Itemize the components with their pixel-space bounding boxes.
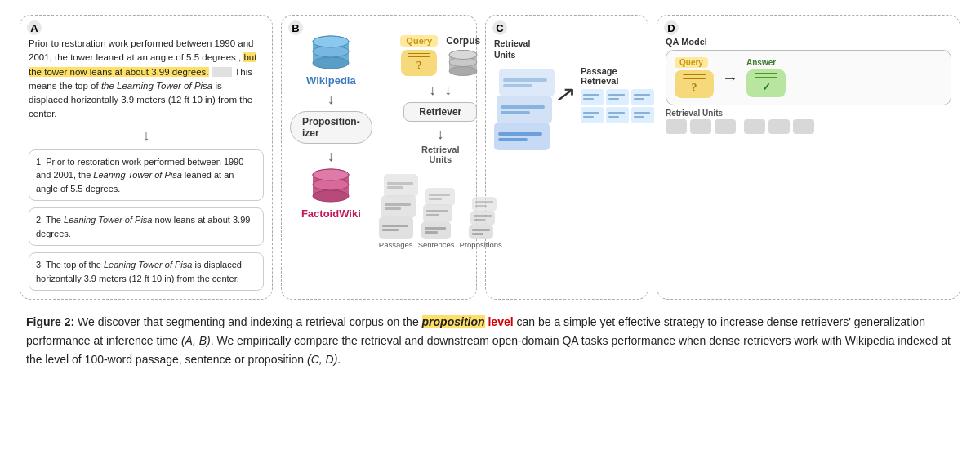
panel-a: A Prior to restoration work performed be… bbox=[20, 15, 273, 300]
answer-col: Answer ✓ bbox=[746, 58, 786, 97]
doc-line-short bbox=[429, 198, 442, 200]
sc-line bbox=[608, 112, 625, 114]
d-query-question: ? bbox=[692, 82, 697, 95]
query-label: Query bbox=[400, 35, 438, 47]
passage-retrieval-area: RetrievalUnits ↗ bbox=[494, 38, 639, 150]
svg-point-9 bbox=[313, 169, 349, 180]
prop-box-1: 1. Prior to restoration work performed b… bbox=[29, 149, 264, 202]
svg-point-12 bbox=[449, 67, 477, 76]
p-line bbox=[498, 132, 542, 136]
retrieval-units-c-label: RetrievalUnits bbox=[494, 38, 530, 60]
d-cards-row-1 bbox=[666, 119, 951, 134]
small-card-5 bbox=[606, 107, 629, 123]
d-query-line-2 bbox=[683, 78, 706, 79]
passage-card-3 bbox=[379, 216, 413, 239]
query-line-2 bbox=[408, 56, 430, 57]
arrow-down-b2: ↓ bbox=[327, 149, 335, 163]
c-right: Passage Retrieval bbox=[581, 66, 654, 123]
panel-d-label: D bbox=[664, 20, 679, 35]
caption-text-end: . bbox=[337, 353, 341, 366]
d-retrieval-units: Retrieval Units bbox=[666, 109, 951, 134]
doc-line bbox=[475, 201, 493, 203]
doc-line bbox=[426, 210, 448, 212]
doc-line bbox=[425, 227, 446, 230]
small-card-2 bbox=[606, 89, 629, 105]
passage-card-c1 bbox=[499, 69, 555, 96]
d-query-line-1 bbox=[683, 74, 706, 75]
small-card-1 bbox=[581, 89, 604, 105]
doc-line-short bbox=[387, 186, 403, 189]
passages-label: Passages bbox=[379, 240, 413, 249]
prop-card-3 bbox=[469, 225, 493, 239]
retriever-box: Retriever bbox=[403, 102, 477, 122]
passages-col: Passages bbox=[379, 169, 413, 249]
panel-b-right: Query ? Corpus bbox=[379, 35, 502, 249]
sc-line-s bbox=[608, 98, 619, 100]
sentences-label: Sentences bbox=[418, 240, 455, 249]
passage-retrieval-label: Passage Retrieval bbox=[581, 66, 654, 86]
arrow-right-c: ↗ bbox=[554, 82, 577, 107]
d-retrieval-units-label: Retrieval Units bbox=[666, 109, 951, 118]
fig-num: Figure 2: bbox=[26, 315, 74, 328]
small-card-row-2 bbox=[581, 107, 654, 123]
sc-line bbox=[583, 112, 599, 114]
small-card-3 bbox=[631, 89, 654, 105]
svg-point-14 bbox=[449, 51, 477, 60]
corpus-query-row: Query ? Corpus bbox=[400, 35, 480, 79]
doc-line-short bbox=[385, 207, 401, 210]
prop-box-3: 3. The top of the Leaning Tower of Pisa … bbox=[29, 252, 264, 291]
panel-b-label: B bbox=[288, 20, 303, 35]
corpus-label: Corpus bbox=[446, 35, 480, 47]
doc-line bbox=[474, 215, 492, 217]
prop-card-1 bbox=[472, 197, 497, 212]
stacked-passage bbox=[494, 64, 550, 150]
small-card-row-1 bbox=[581, 89, 654, 105]
sentences-col: Sentences bbox=[418, 184, 455, 249]
panel-a-label: A bbox=[27, 20, 42, 35]
sentence-card-3 bbox=[421, 221, 451, 239]
doc-line-short bbox=[426, 214, 439, 216]
doc-line-short bbox=[472, 233, 483, 235]
caption-italic-cd: (C, D) bbox=[307, 353, 337, 366]
small-card-6 bbox=[631, 107, 654, 123]
doc-line-short bbox=[475, 205, 487, 207]
query-line-1 bbox=[408, 53, 430, 54]
wikipedia-db: WIkipedia bbox=[306, 35, 356, 87]
corpus-col: Corpus bbox=[446, 35, 480, 79]
factoidwiki-db: FactoidWiki bbox=[301, 168, 361, 220]
d-card-4 bbox=[744, 119, 765, 134]
c-left: RetrievalUnits bbox=[494, 38, 550, 150]
caption-level-red: level bbox=[485, 315, 514, 328]
d-query-col: Query ? bbox=[675, 57, 714, 98]
answer-check: ✓ bbox=[762, 81, 771, 94]
p-line-s bbox=[498, 138, 528, 141]
doc-line bbox=[429, 194, 450, 196]
retrieval-units-label-b: RetrievalUnits bbox=[421, 145, 459, 164]
svg-point-4 bbox=[313, 36, 349, 47]
arrows-row: ↓ ↓ bbox=[429, 82, 452, 97]
query-question-mark: ? bbox=[416, 60, 422, 73]
p-line-s bbox=[503, 84, 532, 87]
corpus-db-icon bbox=[446, 50, 480, 79]
sc-line bbox=[583, 94, 599, 96]
doc-line-short bbox=[425, 231, 438, 234]
wikipedia-label: WIkipedia bbox=[306, 74, 356, 87]
doc-line-short bbox=[382, 229, 399, 231]
prop-box-2: 2. The Leaning Tower of Pisa now leans a… bbox=[29, 207, 264, 246]
answer-label: Answer bbox=[746, 58, 776, 67]
p-line bbox=[503, 78, 547, 82]
sc-line-s bbox=[583, 116, 594, 118]
propositionizer-box: Proposition-izer bbox=[290, 111, 372, 144]
doc-line-short bbox=[474, 219, 485, 221]
answer-box: ✓ bbox=[746, 69, 786, 97]
passage-card-c3 bbox=[494, 123, 550, 150]
query-col: Query ? bbox=[400, 35, 438, 76]
caption-prop-highlight: proposition bbox=[422, 315, 485, 328]
doc-line bbox=[385, 203, 411, 206]
d-inner-box: Query ? → Answer ✓ bbox=[666, 50, 951, 105]
caption-text-before: We discover that segmenting and indexing… bbox=[74, 315, 421, 328]
panel-b: B WIkipedia ↓ Proposition-izer bbox=[281, 15, 477, 300]
sentence-card-1 bbox=[425, 188, 455, 206]
d-card-6 bbox=[793, 119, 814, 134]
panel-c-label: C bbox=[492, 20, 507, 35]
